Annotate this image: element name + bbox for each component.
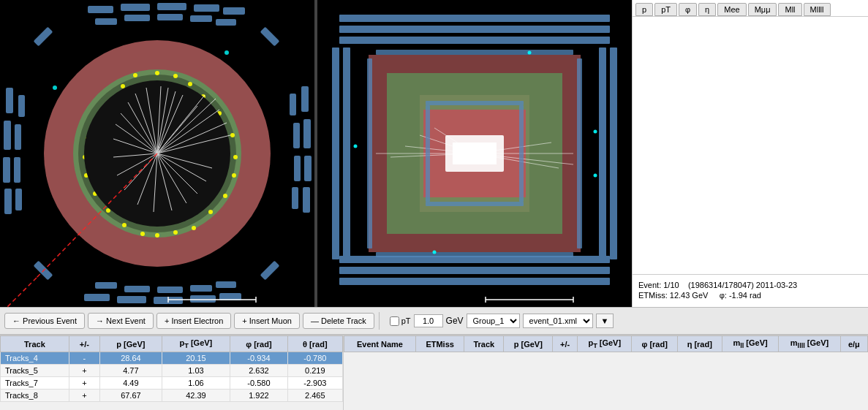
svg-point-138 <box>528 51 532 55</box>
bottom-area: Track +/- p [GeV] pT [GeV] φ [rad] θ [ra… <box>0 335 868 410</box>
svg-rect-32 <box>216 281 236 288</box>
pt-checkbox[interactable] <box>390 316 399 326</box>
group-select[interactable]: Group_1 <box>467 314 520 328</box>
left-table-header: Track +/- p [GeV] pT [GeV] φ [rad] θ [ra… <box>1 336 343 352</box>
delete-track-button[interactable]: — Delete Track <box>303 313 374 329</box>
svg-point-53 <box>230 133 235 137</box>
svg-rect-9 <box>190 295 216 303</box>
svg-rect-34 <box>15 124 21 150</box>
svg-rect-1 <box>88 6 113 13</box>
svg-rect-36 <box>15 189 22 210</box>
cell-sign: + <box>69 390 99 402</box>
right-table-container: Event Name ETMiss Track p [GeV] +/- pT [… <box>344 335 868 410</box>
tab-mmumu[interactable]: Mμμ <box>748 3 777 16</box>
cell-phi: -0.934 <box>230 352 287 365</box>
svg-point-64 <box>192 226 196 230</box>
svg-rect-23 <box>95 18 117 25</box>
right-panel: p pT φ η Mee Mμμ Mll Mllll Event: 1/10 <box>632 0 868 307</box>
table-row[interactable]: Tracks_4 - 28.64 20.15 -0.934 -0.780 <box>1 352 343 365</box>
event-label: Event: 1/10 <box>638 281 679 289</box>
tab-p[interactable]: p <box>635 3 653 16</box>
svg-rect-24 <box>124 15 150 21</box>
table-row[interactable]: Tracks_7 + 4.49 1.06 -0.580 -2.903 <box>1 377 343 390</box>
phi-label: φ: -1.94 rad <box>720 291 761 300</box>
svg-point-56 <box>233 155 238 159</box>
top-area: p pT φ η Mee Mμμ Mll Mllll Event: 1/10 <box>0 0 868 307</box>
circular-view[interactable] <box>0 0 314 307</box>
svg-point-67 <box>155 233 159 238</box>
tab-mll[interactable]: Mll <box>778 3 801 16</box>
cell-pt: 42.39 <box>162 390 230 402</box>
chart-area <box>633 17 868 274</box>
svg-rect-132 <box>367 58 372 248</box>
cell-theta: -2.903 <box>287 377 342 390</box>
svg-rect-28 <box>95 282 117 289</box>
cell-track-name: Tracks_7 <box>1 377 69 390</box>
cell-p: 67.67 <box>100 390 162 402</box>
col-pt-gev: pT [GeV] <box>578 336 632 352</box>
prev-event-button[interactable]: ← Previous Event <box>4 313 85 329</box>
tab-mllll[interactable]: Mllll <box>804 3 831 16</box>
toolbar: ← Previous Event → Next Event + Insert E… <box>0 307 868 335</box>
svg-point-58 <box>232 173 236 178</box>
file-select[interactable]: event_01.xml <box>523 314 593 328</box>
svg-rect-39 <box>294 156 301 181</box>
col-p-gev: p [GeV] <box>504 336 553 352</box>
svg-rect-38 <box>293 123 300 148</box>
cell-track-name: Tracks_8 <box>1 390 69 402</box>
table-row[interactable]: Tracks_5 + 4.77 1.03 2.632 0.219 <box>1 365 343 377</box>
svg-rect-14 <box>4 189 12 214</box>
cell-pt: 1.06 <box>162 377 230 390</box>
cell-p: 4.49 <box>100 377 162 390</box>
event-info: Event: 1/10 (1986314/178047) 2011-03-23 … <box>633 274 868 307</box>
svg-rect-109 <box>332 48 339 259</box>
svg-point-63 <box>122 223 127 227</box>
tab-pt[interactable]: pT <box>654 3 677 16</box>
svg-point-142 <box>433 251 437 254</box>
svg-rect-7 <box>117 296 146 303</box>
tab-phi[interactable]: φ <box>679 3 697 16</box>
svg-point-139 <box>594 130 597 134</box>
cell-theta: -0.780 <box>287 352 342 365</box>
rectangular-view[interactable] <box>317 0 632 307</box>
main-container: p pT φ η Mee Mμμ Mll Mllll Event: 1/10 <box>0 0 868 410</box>
insert-electron-button[interactable]: + Insert Electron <box>156 313 231 329</box>
pt-value-input[interactable] <box>414 314 443 327</box>
svg-rect-130 <box>376 50 573 55</box>
svg-rect-111 <box>610 48 617 259</box>
svg-point-48 <box>121 84 125 88</box>
svg-rect-37 <box>290 94 296 115</box>
next-event-button[interactable]: → Next Event <box>88 313 154 329</box>
cell-phi: 2.632 <box>230 365 287 377</box>
svg-rect-5 <box>223 7 245 15</box>
col-mll-gev: mll [GeV] <box>722 336 779 352</box>
tab-eta[interactable]: η <box>698 3 716 16</box>
svg-rect-6 <box>84 294 110 301</box>
svg-point-47 <box>188 82 192 86</box>
extra-dropdown-button[interactable]: ▼ <box>596 314 614 328</box>
svg-rect-131 <box>376 252 573 257</box>
col-mllll-gev: mllll [GeV] <box>779 336 840 352</box>
insert-muon-button[interactable]: + Insert Muon <box>234 313 300 329</box>
svg-rect-11 <box>6 88 13 113</box>
col-eta-rad: η [rad] <box>677 336 722 352</box>
svg-point-101 <box>53 86 57 90</box>
cell-sign: + <box>69 365 99 377</box>
svg-rect-146 <box>633 17 868 274</box>
table-row[interactable]: Tracks_8 + 67.67 42.39 1.922 2.465 <box>1 390 343 402</box>
svg-rect-133 <box>577 58 582 248</box>
svg-rect-40 <box>292 187 298 209</box>
svg-point-140 <box>594 174 597 178</box>
svg-rect-107 <box>339 267 610 274</box>
svg-rect-104 <box>339 26 610 33</box>
svg-rect-17 <box>304 156 312 181</box>
svg-point-60 <box>223 194 227 198</box>
pt-checkbox-label[interactable]: pT <box>390 316 411 326</box>
cell-pt: 20.15 <box>162 352 230 365</box>
svg-rect-106 <box>339 278 610 285</box>
col-etmiss: ETMiss <box>415 336 464 352</box>
col-phi: φ [rad] <box>230 336 287 352</box>
tab-mee[interactable]: Mee <box>717 3 746 16</box>
svg-point-62 <box>208 210 213 214</box>
svg-rect-15 <box>301 86 309 112</box>
